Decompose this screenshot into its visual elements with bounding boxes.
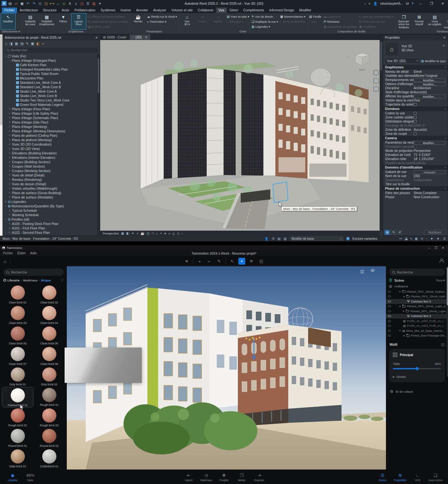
tree-item-plans-d-tage-site-plan[interactable]: +Plans d'étage (Site Plan) (3, 120, 100, 124)
search-binoculars-icon[interactable]: ⌖ (369, 2, 370, 6)
size-slider[interactable] (393, 368, 441, 369)
viewport-layout-icon[interactable]: ◫ (360, 269, 364, 274)
reveal-hidden-icon[interactable]: ● (164, 232, 166, 235)
user-switch-icon[interactable]: ▥ (91, 1, 96, 6)
material-round-brick-01[interactable]: Round brick 01 (2, 428, 33, 448)
material-clean-brick-04[interactable]: Clean brick 04 (33, 305, 65, 326)
properties-section-phase-de-construction[interactable]: Phase de construction▪ (383, 186, 448, 191)
schedules-icon[interactable]: ▦ (15, 42, 18, 46)
visibility-eye-icon[interactable] (388, 335, 391, 337)
dock-scene[interactable]: ☰Scène (374, 472, 391, 482)
scene-item-plantes-rpc-shrub-lupin[interactable]: ▼Plantes_RPC_Shrub_Lupin... (386, 309, 448, 314)
visibility-eye-icon[interactable] (388, 320, 391, 322)
material-slate-brick-01[interactable]: Slate brick 01 (2, 448, 33, 468)
ribbon-l-vation[interactable]: ⌂Élévation ▾ (226, 19, 250, 24)
tree-item-a101-first-floor-plan[interactable]: +A101 - First Floor Plan (3, 226, 100, 230)
ribbon-r-f-rence-de-vue[interactable]: ◎Référence de vue (358, 19, 394, 24)
ribbon-filtres[interactable]: ▼Filtres (56, 14, 71, 29)
tree-item-vues-fe[interactable]: −Vues (Fe) (3, 54, 100, 58)
tree-item-plans-de-plafond-working[interactable]: +Plans de plafond (Working) (3, 138, 100, 142)
revit-links-icon[interactable]: ◧ (37, 42, 40, 46)
scene-search-input[interactable]: Recherche (389, 268, 445, 276)
tree-item-plans-de-surface-gross-building[interactable]: +Plans de surface (Gross Building) (3, 191, 100, 195)
tree-item-l-gendes[interactable]: +▤Légendes (3, 199, 100, 204)
default-3d-view-icon[interactable]: ⌂ (73, 1, 78, 6)
tree-item-plans-d-tage-working-dimensions[interactable]: +Plans d'étage (Working Dimensions) (3, 129, 100, 133)
select-by-face-icon[interactable]: ◧ (415, 237, 418, 240)
properties-section-cam-ra[interactable]: Caméra▪ (383, 136, 448, 141)
link-icon[interactable]: ∞ (42, 42, 44, 45)
tree-item-standard-live-work-core-a[interactable]: Standard Live_Work Core A (3, 80, 100, 85)
save-icon[interactable]: ▣ (20, 1, 25, 6)
checkbox[interactable] (414, 145, 416, 148)
tree-item-working-schedule[interactable]: +Working Schedule (3, 213, 100, 217)
sun-path-icon[interactable]: ☀ (131, 232, 134, 235)
ribbon-lignes-fines[interactable]: ☰Lignes fines (72, 14, 86, 29)
tree-item-enlarged-residential-lobby-plan[interactable]: Enlarged Residential Lobby Plan (3, 67, 100, 72)
crop-region-icon[interactable]: □ (152, 232, 154, 235)
revit-logo[interactable]: R (2, 1, 7, 6)
tree-item-nomenclatures-quantit-s-by-type[interactable]: −▦Nomenclatures/Quantités (By Type) (3, 204, 100, 208)
favorites-heart-icon[interactable]: ♡ (60, 278, 64, 282)
material-clean-brick-06[interactable]: Clean brick 06 (33, 326, 65, 346)
material-clean-brick-03[interactable]: Clean brick 03 (2, 305, 33, 326)
tree-item-el-vations-interior-elevation[interactable]: +Elévations (Interior Elevation) (3, 155, 100, 160)
eyedropper-icon[interactable]: ✎ (216, 258, 223, 265)
scene-item-portes-door-passage-sin[interactable]: ▼Portes_Door-Passage-Sin... (386, 333, 448, 338)
properties-section-etendues[interactable]: Etendues▪ (383, 107, 448, 111)
tree-item-visites-virtuelles-walkthrough[interactable]: +Visites virtuelles (Walkthrough) (3, 186, 100, 191)
design-option-dropdown[interactable]: Modèle de base ▾ (290, 236, 343, 241)
property-button[interactable]: Modifier... (414, 95, 445, 98)
ribbon-quadrillage-de-guidage[interactable]: ▦Quadrillage de guidage (323, 24, 358, 29)
print-icon[interactable]: ⎙ (37, 1, 43, 6)
minimize-button[interactable]: – (428, 246, 430, 250)
sort-descending-button[interactable]: ⇵ (397, 230, 402, 235)
tree-item-vues-de-dessin-detail[interactable]: +Vues de dessin (Detail) (3, 182, 100, 186)
section-icon[interactable]: ◫ (79, 1, 84, 6)
ribbon-supprimer-les-lignes-cach-es[interactable]: ⊟Supprimer les lignes cachées (87, 19, 129, 24)
ribbon-rep-re[interactable]: ○Repère (211, 14, 225, 29)
menu-tab-analyser[interactable]: Analyser (151, 8, 169, 13)
material-dirty-brick-02[interactable]: Dirty brick 02 (33, 366, 65, 387)
groups-icon[interactable]: ▣ (31, 42, 34, 46)
scene-filter-dropdown[interactable]: Tous ▾ (436, 279, 445, 282)
material-rough-brick-01[interactable]: Rough brick 01 (33, 387, 65, 407)
tree-item-standard-live-work-core-b[interactable]: Standard Live_Work Core B (3, 85, 100, 89)
menu-tab-annoter[interactable]: Annoter (134, 8, 151, 13)
material-clean-brick-08[interactable]: Clean brick 08 (33, 346, 65, 366)
tree-item-typical-public-toilet-room[interactable]: Typical Public Toilet Room (3, 72, 100, 76)
dock-stats[interactable]: 46%Stats (22, 472, 38, 482)
dock-peupler[interactable]: ✾Peupler (216, 472, 232, 482)
menu-aide[interactable]: Aide (30, 251, 37, 255)
temporary-hide-icon[interactable]: ◓ (160, 232, 162, 235)
drag-selection-icon[interactable]: ✛ (421, 237, 423, 240)
tree-item-feuilles-all[interactable]: −▤Feuilles (all) (3, 217, 100, 222)
properties-section-donn-es-d-identification[interactable]: Données d'identification▪ (383, 165, 448, 170)
ribbon-profil-de-coupe[interactable]: ◪Profil de coupe (87, 24, 129, 29)
property-button[interactable]: Modifier... (414, 78, 445, 82)
visibility-eye-icon[interactable] (388, 330, 391, 332)
ribbon-nomenclatures[interactable]: ▦Nomenclatures ▾ (279, 14, 306, 19)
tree-item-plans-de-plafond-ceiling-plan[interactable]: +Plans de plafond (Ceiling Plan) (3, 133, 100, 138)
undo-icon[interactable]: ↶ (26, 1, 31, 6)
menu-tab-fichier[interactable]: Fichier (2, 8, 17, 13)
menu-tab-informed-design[interactable]: Informed Design (267, 8, 297, 13)
sheets-icon[interactable]: ▤ (20, 42, 23, 46)
displacement-icon[interactable]: ◇ (177, 232, 180, 235)
material-cinderblock-01[interactable]: Cinderblock 01 (33, 448, 65, 468)
crop-view-icon[interactable]: ◫ (147, 232, 150, 235)
visibility-eye-icon[interactable] (388, 325, 391, 327)
close-view-icon[interactable]: ✕ (145, 35, 148, 39)
tree-item-typical-schedule[interactable]: +Typical Schedule (3, 208, 100, 213)
tree-item-coupes-wall-section[interactable]: +Coupes (Wall Section) (3, 164, 100, 169)
scene-item-profils-en-relief-profil-en-r[interactable]: ▧Profils_en_relief_Profil_en_r... (386, 324, 448, 329)
menu-tab-syst-mes[interactable]: Systèmes (98, 8, 118, 13)
viewport-scrollbar[interactable] (380, 40, 383, 231)
signed-in-user[interactable]: olivierbayle45... (380, 2, 403, 5)
close-panel-icon[interactable]: ✕ (95, 36, 98, 39)
workset-user-icon[interactable]: 👤 (265, 237, 268, 240)
dock-librairie[interactable]: ◉Librairie (4, 472, 21, 482)
tree-item-vues-de-d-tail-detail[interactable]: +Vues de détail (Detail) (3, 173, 100, 177)
property-button[interactable]: <Aucun> (414, 170, 445, 174)
checkbox[interactable] (414, 116, 416, 119)
